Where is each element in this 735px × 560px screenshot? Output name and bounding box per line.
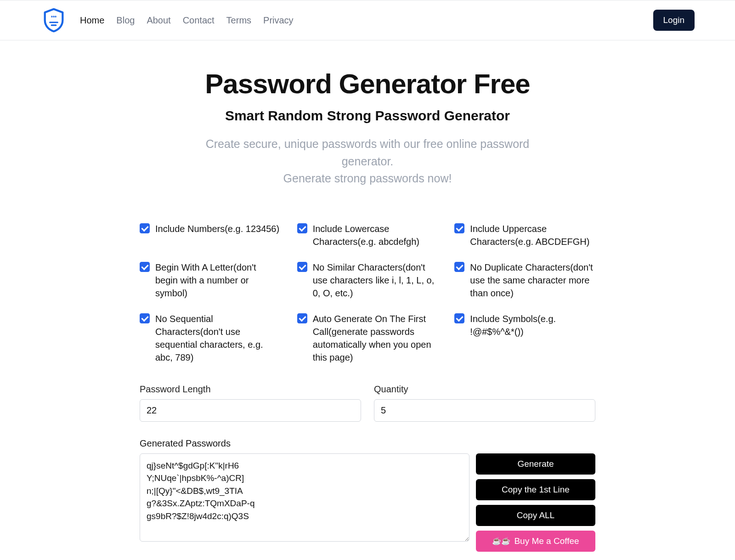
option-label[interactable]: Include Uppercase Characters(e.g. ABCDEF… [470, 222, 595, 248]
copy-all-button[interactable]: Copy ALL [476, 505, 595, 526]
nav-about[interactable]: About [147, 15, 170, 26]
quantity-label: Quantity [374, 384, 595, 395]
hero-desc-line2: Generate strong passwords now! [202, 170, 533, 187]
option-include-uppercase: Include Uppercase Characters(e.g. ABCDEF… [454, 222, 595, 248]
checkbox-include-numbers[interactable] [140, 223, 150, 233]
svg-text:***: *** [51, 15, 57, 20]
buy-coffee-label: Buy Me a Coffee [514, 536, 579, 546]
option-label[interactable]: Include Lowercase Characters(e.g. abcdef… [313, 222, 438, 248]
nav-privacy[interactable]: Privacy [263, 15, 294, 26]
checkbox-no-duplicate[interactable] [454, 262, 464, 272]
nav-links: Home Blog About Contact Terms Privacy [80, 15, 294, 26]
option-include-numbers: Include Numbers(e.g. 123456) [140, 222, 281, 248]
main: Include Numbers(e.g. 123456) Include Low… [124, 206, 611, 560]
option-auto-generate: Auto Generate On The First Call(generate… [297, 312, 438, 364]
option-label[interactable]: No Sequential Characters(don't use seque… [155, 312, 281, 364]
option-begin-letter: Begin With A Letter(don't begin with a n… [140, 261, 281, 300]
checkbox-no-similar[interactable] [297, 262, 307, 272]
buy-coffee-button[interactable]: ☕☕ Buy Me a Coffee [476, 531, 595, 552]
option-label[interactable]: No Duplicate Characters(don't use the sa… [470, 261, 595, 300]
nav-terms[interactable]: Terms [226, 15, 251, 26]
shield-icon: *** [40, 7, 67, 34]
login-button[interactable]: Login [653, 10, 695, 31]
coffee-icon: ☕☕ [492, 537, 510, 545]
checkbox-include-uppercase[interactable] [454, 223, 464, 233]
page-subtitle: Smart Random Strong Password Generator [9, 108, 726, 124]
header: *** Home Blog About Contact Terms Privac… [0, 0, 735, 40]
page-title: Password Generator Free [9, 68, 726, 100]
option-include-lowercase: Include Lowercase Characters(e.g. abcdef… [297, 222, 438, 248]
checkbox-include-symbols[interactable] [454, 313, 464, 323]
password-length-label: Password Length [140, 384, 361, 395]
option-no-sequential: No Sequential Characters(don't use seque… [140, 312, 281, 364]
option-include-symbols: Include Symbols(e.g. !@#$%^&*()) [454, 312, 595, 364]
generated-passwords-label: Generated Passwords [140, 438, 595, 449]
option-label[interactable]: Auto Generate On The First Call(generate… [313, 312, 438, 364]
quantity-input[interactable] [374, 399, 595, 422]
checkbox-no-sequential[interactable] [140, 313, 150, 323]
copy-first-button[interactable]: Copy the 1st Line [476, 479, 595, 500]
checkbox-begin-letter[interactable] [140, 262, 150, 272]
password-length-input[interactable] [140, 399, 361, 422]
hero: Password Generator Free Smart Random Str… [0, 40, 735, 206]
site-logo[interactable]: *** [40, 7, 67, 34]
hero-desc-line1: Create secure, unique passwords with our… [202, 136, 533, 170]
nav-blog[interactable]: Blog [116, 15, 135, 26]
option-no-similar: No Similar Characters(don't use characte… [297, 261, 438, 300]
nav-home[interactable]: Home [80, 15, 104, 26]
option-no-duplicate: No Duplicate Characters(don't use the sa… [454, 261, 595, 300]
checkbox-auto-generate[interactable] [297, 313, 307, 323]
nav-contact[interactable]: Contact [183, 15, 215, 26]
option-label[interactable]: Begin With A Letter(don't begin with a n… [155, 261, 281, 300]
generate-button[interactable]: Generate [476, 453, 595, 475]
option-label[interactable]: No Similar Characters(don't use characte… [313, 261, 438, 300]
option-label[interactable]: Include Numbers(e.g. 123456) [155, 222, 279, 235]
checkbox-include-lowercase[interactable] [297, 223, 307, 233]
option-label[interactable]: Include Symbols(e.g. !@#$%^&*()) [470, 312, 595, 338]
generated-passwords-textarea[interactable] [140, 453, 469, 542]
options-grid: Include Numbers(e.g. 123456) Include Low… [140, 222, 595, 364]
